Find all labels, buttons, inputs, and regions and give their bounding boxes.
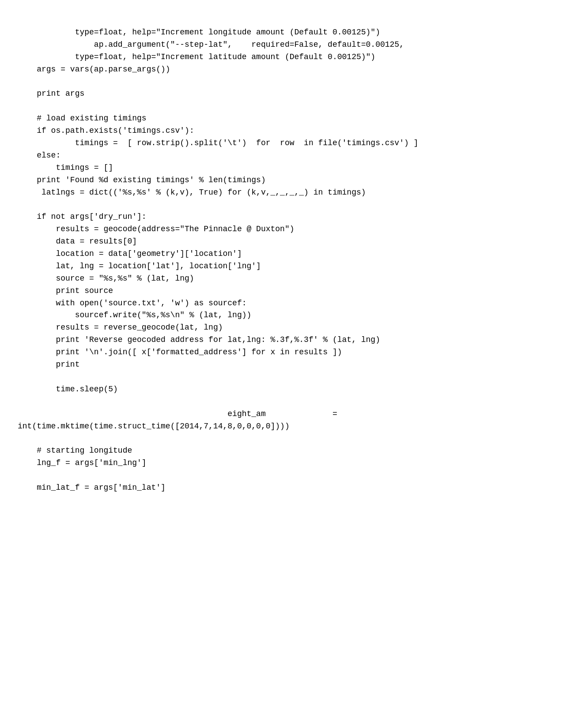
code-content: type=float, help="Increment longitude am…	[18, 26, 545, 494]
